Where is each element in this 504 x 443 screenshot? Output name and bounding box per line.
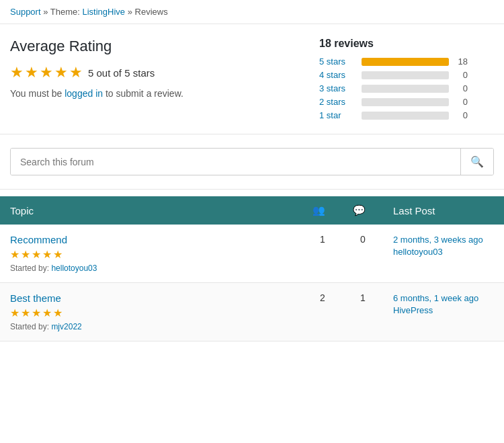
topic-star-icon: ★: [53, 248, 62, 261]
bar-row: 1 star0: [319, 110, 494, 120]
forum-table: Topic 👥 💬 Last Post Recommend★★★★★Starte…: [0, 196, 504, 341]
rating-right: 18 reviews 5 stars184 stars03 stars02 st…: [319, 38, 494, 124]
author-link[interactable]: mjv2022: [51, 322, 81, 331]
bar-label[interactable]: 5 stars: [319, 56, 356, 67]
lastpost-user-link[interactable]: hellotoyou03: [393, 247, 494, 257]
bar-row: 5 stars18: [319, 56, 494, 67]
bar-label[interactable]: 1 star: [319, 110, 356, 120]
search-section: 🔍: [0, 134, 504, 190]
bar-track: [362, 112, 449, 120]
topic-star-icon: ★: [32, 307, 41, 319]
bar-track: [362, 85, 449, 93]
topic-star-icon: ★: [10, 307, 19, 319]
search-button[interactable]: 🔍: [460, 149, 493, 175]
star-icon: ★: [25, 65, 38, 80]
topic-cell: Recommend★★★★★Started by: hellotoyou03: [0, 225, 302, 283]
average-rating-title: Average Rating: [10, 38, 319, 55]
th-posts: 💬: [343, 196, 383, 225]
topic-star-icon: ★: [32, 248, 41, 261]
lastpost-cell: 6 months, 1 week agoHivePress: [383, 283, 504, 341]
breadcrumb-support-link[interactable]: Support: [10, 7, 41, 17]
topic-name-link[interactable]: Recommend: [10, 234, 67, 245]
lastpost-user-link[interactable]: HivePress: [393, 305, 494, 315]
bar-fill: [362, 58, 449, 66]
breadcrumb-theme-label: Theme:: [50, 7, 80, 17]
author-link[interactable]: hellotoyou03: [51, 264, 97, 273]
stars-display: ★★★★★ 5 out of 5 stars: [10, 65, 319, 80]
star-icon: ★: [10, 65, 24, 80]
table-row: Recommend★★★★★Started by: hellotoyou0310…: [0, 225, 504, 283]
th-lastpost: Last Post: [383, 196, 504, 225]
posts-count: 1: [343, 283, 383, 341]
rating-left: Average Rating ★★★★★ 5 out of 5 stars Yo…: [10, 38, 319, 124]
rating-section: Average Rating ★★★★★ 5 out of 5 stars Yo…: [0, 24, 504, 134]
posts-count: 0: [343, 225, 383, 283]
star-icon: ★: [40, 65, 53, 80]
topic-stars: ★★★★★: [10, 307, 292, 319]
topic-star-icon: ★: [21, 307, 30, 319]
bar-label[interactable]: 4 stars: [319, 70, 356, 80]
table-row: Best theme★★★★★Started by: mjv2022216 mo…: [0, 283, 504, 341]
breadcrumb-page-label: Reviews: [135, 7, 168, 17]
bar-chart: 5 stars184 stars03 stars02 stars01 star0: [319, 56, 494, 120]
search-input[interactable]: [11, 149, 460, 175]
login-post: to submit a review.: [103, 88, 183, 99]
breadcrumb-theme-link[interactable]: ListingHive: [82, 7, 125, 17]
login-pre: You must be: [10, 88, 65, 99]
bar-count: 0: [454, 97, 468, 107]
topic-stars: ★★★★★: [10, 248, 292, 261]
bar-count: 0: [454, 110, 468, 120]
login-notice: You must be logged in to submit a review…: [10, 88, 319, 99]
breadcrumb: Support » Theme: ListingHive » Reviews: [0, 0, 504, 24]
lastpost-time-link[interactable]: 6 months, 1 week ago: [393, 293, 478, 303]
topic-cell: Best theme★★★★★Started by: mjv2022: [0, 283, 302, 341]
topic-star-icon: ★: [42, 307, 52, 319]
topic-star-icon: ★: [10, 248, 19, 261]
topic-star-icon: ★: [21, 248, 30, 261]
topic-rows: Recommend★★★★★Started by: hellotoyou0310…: [0, 225, 504, 341]
bar-track: [362, 71, 449, 79]
search-box: 🔍: [10, 148, 494, 175]
topic-name-link[interactable]: Best theme: [10, 292, 61, 304]
breadcrumb-sep2: »: [128, 7, 135, 17]
breadcrumb-sep1: »: [43, 7, 50, 17]
star-icons: ★★★★★: [10, 65, 83, 80]
started-by: Started by: mjv2022: [10, 322, 292, 331]
started-by: Started by: hellotoyou03: [10, 264, 292, 273]
voices-count: 1: [302, 225, 343, 283]
bar-track: [362, 98, 449, 106]
login-link[interactable]: logged in: [65, 88, 103, 99]
reviews-count: 18 reviews: [319, 38, 494, 50]
table-header: Topic 👥 💬 Last Post: [0, 196, 504, 225]
bar-track: [362, 58, 449, 66]
bar-count: 18: [454, 56, 468, 67]
lastpost-cell: 2 months, 3 weeks agohellotoyou03: [383, 225, 504, 283]
topic-star-icon: ★: [42, 248, 52, 261]
star-text: 5 out of 5 stars: [88, 67, 155, 79]
bar-row: 4 stars0: [319, 70, 494, 80]
bar-count: 0: [454, 83, 468, 93]
lastpost-time-link[interactable]: 2 months, 3 weeks ago: [393, 235, 483, 245]
bar-label[interactable]: 2 stars: [319, 97, 356, 107]
bar-count: 0: [454, 70, 468, 80]
th-voices: 👥: [302, 196, 343, 225]
star-icon: ★: [69, 65, 83, 80]
th-topic: Topic: [0, 196, 302, 225]
topic-star-icon: ★: [53, 307, 62, 319]
voices-count: 2: [302, 283, 343, 341]
bar-row: 3 stars0: [319, 83, 494, 93]
bar-label[interactable]: 3 stars: [319, 83, 356, 93]
bar-row: 2 stars0: [319, 97, 494, 107]
star-icon: ★: [54, 65, 68, 80]
